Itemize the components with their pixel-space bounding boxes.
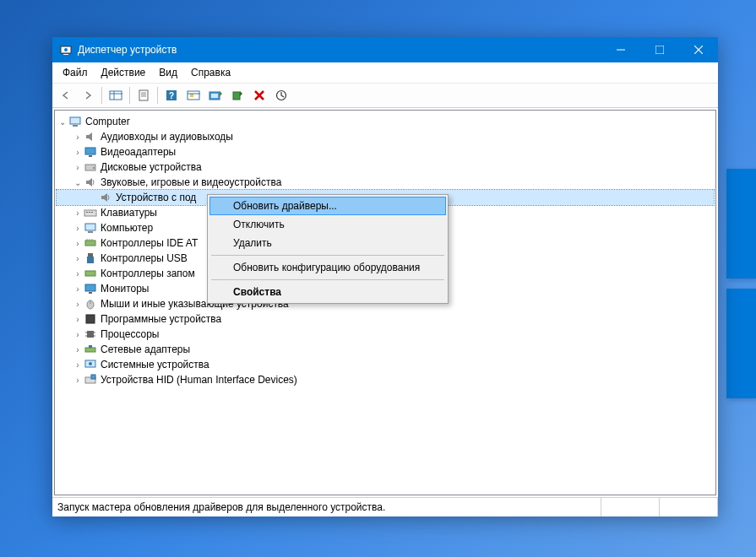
disk-icon	[84, 160, 97, 174]
disable-button[interactable]	[227, 85, 247, 105]
update-driver-button[interactable]	[205, 85, 226, 105]
svg-point-57	[89, 362, 92, 365]
node-label: Клавиатуры	[101, 207, 157, 219]
app-icon	[59, 43, 73, 57]
svg-rect-42	[87, 257, 94, 263]
ctx-update-drivers[interactable]: Обновить драйверы...	[209, 197, 446, 215]
svg-rect-59	[91, 375, 95, 379]
svg-rect-7	[110, 91, 122, 100]
display-icon	[84, 145, 97, 159]
svg-rect-32	[86, 212, 88, 213]
expand-icon[interactable]: ›	[72, 315, 84, 324]
ctx-properties[interactable]: Свойства	[209, 283, 446, 301]
svg-rect-26	[73, 125, 78, 127]
hid-icon	[84, 373, 97, 387]
expand-icon[interactable]: ›	[72, 330, 84, 339]
show-hide-tree-button[interactable]	[106, 85, 126, 105]
node-label: Контроллеры USB	[101, 252, 188, 264]
menu-file[interactable]: Файл	[56, 65, 95, 80]
expand-icon[interactable]: ›	[72, 345, 84, 354]
collapse-icon[interactable]: ⌄	[57, 117, 68, 127]
tree-item-system[interactable]: ›Системные устройства	[57, 357, 714, 372]
back-button[interactable]	[56, 85, 76, 105]
expand-icon[interactable]: ›	[72, 360, 84, 370]
scan-hardware-button[interactable]	[183, 85, 204, 105]
separator	[211, 279, 444, 280]
svg-rect-31	[84, 210, 96, 216]
expand-icon[interactable]: ›	[72, 300, 84, 309]
svg-text:?: ?	[169, 91, 174, 100]
status-cell	[601, 498, 660, 516]
node-label: Программные устройства	[101, 313, 221, 325]
ctx-delete[interactable]: Удалить	[209, 234, 446, 252]
close-button[interactable]	[679, 37, 718, 62]
expand-icon[interactable]: ›	[72, 254, 84, 263]
tree-item-disk[interactable]: ›Дисковые устройства	[57, 160, 714, 175]
uninstall-button[interactable]	[249, 85, 269, 105]
node-label: Компьютер	[101, 222, 153, 234]
tree-item-display[interactable]: ›Видеоадаптеры	[57, 144, 714, 160]
collapse-icon[interactable]: ⌄	[72, 178, 84, 187]
refresh-button[interactable]	[271, 85, 291, 105]
desktop-tile	[726, 169, 756, 278]
svg-rect-33	[89, 212, 90, 213]
expand-icon[interactable]: ›	[72, 376, 84, 385]
svg-rect-21	[233, 92, 240, 100]
expand-icon[interactable]: ›	[72, 239, 84, 248]
node-label: Контроллеры IDE AT	[101, 237, 198, 249]
svg-rect-55	[89, 345, 92, 348]
expand-icon[interactable]: ›	[72, 132, 84, 142]
node-label: Computer	[85, 116, 130, 127]
expand-icon[interactable]: ›	[72, 163, 84, 172]
menu-view[interactable]: Вид	[152, 65, 184, 80]
expand-icon[interactable]: ›	[72, 269, 84, 278]
usb-icon	[84, 251, 97, 265]
svg-rect-44	[85, 284, 95, 291]
network-icon	[84, 343, 97, 356]
tree-item-sound[interactable]: ⌄Звуковые, игровые и видеоустройства	[57, 175, 714, 190]
ctx-disable[interactable]: Отключить	[209, 215, 446, 234]
svg-rect-45	[89, 292, 92, 294]
node-label: Аудиовходы и аудиовыходы	[101, 131, 233, 143]
menu-help[interactable]: Справка	[184, 65, 237, 80]
svg-rect-28	[89, 155, 92, 157]
node-label: Дисковые устройства	[101, 161, 202, 173]
menu-action[interactable]: Действие	[95, 65, 153, 80]
tree-item-software[interactable]: ›Программные устройства	[57, 311, 714, 327]
svg-rect-20	[211, 94, 218, 98]
chip-icon	[84, 312, 97, 326]
tree-item-audio-io[interactable]: ›Аудиовходы и аудиовыходы	[57, 129, 714, 144]
tree-item-network[interactable]: ›Сетевые адаптеры	[57, 342, 714, 357]
expand-icon[interactable]: ›	[72, 148, 84, 157]
computer-icon	[68, 115, 82, 128]
cpu-icon	[84, 327, 97, 341]
speaker-icon	[99, 191, 112, 204]
svg-point-30	[93, 167, 95, 169]
maximize-button[interactable]	[640, 37, 679, 62]
svg-rect-48	[86, 315, 95, 323]
svg-rect-27	[85, 148, 95, 154]
computer-icon	[84, 221, 97, 235]
titlebar: Диспетчер устройств	[52, 37, 718, 62]
forward-button[interactable]	[78, 85, 98, 105]
tree-panel: ⌄ Computer ›Аудиовходы и аудиовыходы ›Ви…	[54, 110, 716, 495]
properties-button[interactable]	[133, 85, 154, 105]
controller-icon	[84, 267, 97, 280]
help-button[interactable]: ?	[161, 85, 182, 105]
expand-icon[interactable]: ›	[72, 208, 84, 218]
svg-rect-37	[85, 241, 95, 246]
keyboard-icon	[84, 206, 97, 219]
ctx-scan-hardware[interactable]: Обновить конфигурацию оборудования	[209, 258, 446, 277]
tree-root[interactable]: ⌄ Computer	[57, 114, 714, 129]
tree-item-hid[interactable]: ›Устройства HID (Human Interface Devices…	[57, 372, 714, 387]
menubar: Файл Действие Вид Справка	[52, 62, 718, 84]
svg-rect-41	[88, 253, 93, 257]
expand-icon[interactable]: ›	[72, 284, 84, 294]
expand-icon[interactable]: ›	[72, 224, 84, 233]
tree-item-processors[interactable]: ›Процессоры	[57, 327, 714, 342]
svg-rect-17	[190, 94, 193, 97]
svg-point-2	[64, 48, 68, 51]
context-menu: Обновить драйверы... Отключить Удалить О…	[207, 194, 449, 304]
minimize-button[interactable]	[601, 37, 640, 62]
window-title: Диспетчер устройств	[78, 44, 601, 56]
